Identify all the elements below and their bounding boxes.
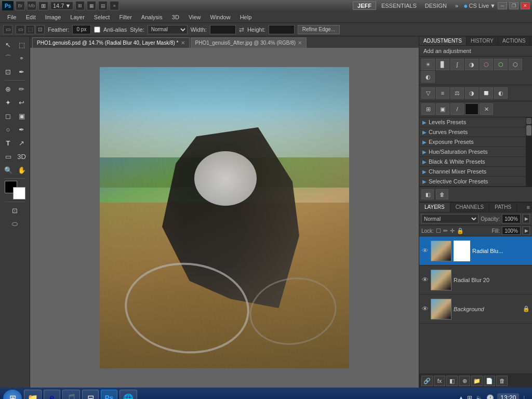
design-button[interactable]: DESIGN <box>422 2 450 9</box>
opacity-input[interactable] <box>502 214 521 223</box>
tab-layers[interactable]: LAYERS <box>419 203 450 212</box>
layer-radial-blur40[interactable]: 👁 Radial Blu... <box>419 236 532 265</box>
more-button[interactable]: » <box>452 2 461 9</box>
arrange-dropdown[interactable]: ⊞ <box>38 2 48 10</box>
height-input[interactable] <box>269 25 295 34</box>
colorbalance-btn[interactable]: ⬡ <box>509 59 522 70</box>
new-group-btn[interactable]: 📁 <box>471 376 483 386</box>
background-color[interactable] <box>13 187 25 200</box>
screen-mode-standard[interactable]: ⊡ <box>9 204 21 217</box>
bridge-icon[interactable]: Br <box>16 1 25 10</box>
taskbar-unknown1[interactable]: ⊟ <box>82 390 99 399</box>
menu-select[interactable]: Select <box>90 13 114 21</box>
delete-layer-btn[interactable]: 🗑 <box>496 376 508 386</box>
anti-alias-checkbox[interactable] <box>94 26 100 33</box>
tab-history[interactable]: HISTORY <box>467 36 498 45</box>
adj-trash-btn[interactable]: 🗑 <box>436 189 448 200</box>
tray-clock-icon[interactable]: 🕐 <box>486 394 494 399</box>
style-select[interactable]: Normal Fixed Ratio Fixed Size <box>148 25 188 34</box>
curves-btn[interactable]: ∫ <box>450 59 464 70</box>
mini-bridge-icon[interactable]: Mb <box>27 1 36 10</box>
essentials-button[interactable]: ESSENTIALS <box>378 2 420 9</box>
hsl-btn[interactable]: ⬡ <box>494 59 508 70</box>
marquee-tool[interactable]: ⬚ <box>16 38 28 51</box>
view-btn2[interactable]: ▦ <box>87 1 96 10</box>
path-select-tool[interactable]: ↗ <box>16 137 28 149</box>
eyedropper-tool[interactable]: ✒ <box>16 65 28 78</box>
show-desktop-btn[interactable]: | <box>523 395 525 400</box>
tray-volume-icon[interactable]: 🔈 <box>475 394 483 399</box>
dodge-tool[interactable]: ○ <box>2 123 15 136</box>
layer-background-visibility[interactable]: 👁 <box>421 305 429 313</box>
lock-transparent-btn[interactable]: ☐ <box>436 228 441 234</box>
view-btn3[interactable]: ▤ <box>98 1 108 10</box>
black-fill-btn[interactable]: ■ <box>465 103 478 115</box>
exposure-btn[interactable]: ◑ <box>465 59 478 70</box>
preset-levels[interactable]: ▶ Levels Presets <box>419 117 526 127</box>
opacity-arrow[interactable]: ▶ <box>523 214 530 223</box>
move-tool[interactable]: ↖ <box>2 38 15 51</box>
extra-btn1[interactable]: ⬭ <box>9 218 21 230</box>
spot-heal-tool[interactable]: ⊕ <box>2 83 15 95</box>
selectivecolor-btn[interactable]: ▣ <box>436 103 449 115</box>
lock-all-btn[interactable]: 🔒 <box>457 228 464 234</box>
fill-arrow[interactable]: ▶ <box>523 227 530 235</box>
add-style-btn[interactable]: fx <box>434 376 445 386</box>
tab-after-close[interactable]: ✕ <box>298 40 302 46</box>
layers-panel-options-btn[interactable]: ≡ <box>525 203 532 212</box>
preset-curves[interactable]: ▶ Curves Presets <box>419 127 526 137</box>
swap-icon[interactable]: ⇄ <box>239 26 244 33</box>
posterize-btn[interactable]: 🔲 <box>480 87 493 99</box>
preset-bw[interactable]: ▶ Black & White Presets <box>419 157 526 167</box>
tray-arrow-icon[interactable]: ▲ <box>458 394 464 399</box>
minimize-button[interactable]: ─ <box>498 2 507 9</box>
type-tool[interactable]: T <box>2 137 15 149</box>
jeff-button[interactable]: JEFF <box>353 2 376 10</box>
quick-select-tool[interactable]: ⚬ <box>16 52 28 64</box>
preset-selcolor[interactable]: ▶ Selective Color Presets <box>419 177 526 187</box>
history-brush-tool[interactable]: ↩ <box>16 96 28 109</box>
size-dropdown[interactable]: 14.7 ▼ <box>50 2 73 10</box>
new-adjustment-btn[interactable]: ⊕ <box>459 376 470 386</box>
width-input[interactable] <box>210 25 236 34</box>
colorlookup-btn[interactable]: ⚖ <box>450 87 464 99</box>
menu-help[interactable]: Help <box>236 13 256 21</box>
adj-preset-btn[interactable]: ◧ <box>421 189 434 200</box>
channelmixer-btn[interactable]: ≡ <box>436 87 449 99</box>
hand-tool[interactable]: ✋ <box>16 164 28 176</box>
link-layers-btn[interactable]: 🔗 <box>421 376 433 386</box>
threshold-btn[interactable]: ◐ <box>494 87 508 99</box>
layer-radial-blur20[interactable]: 👁 Radial Blur 20 <box>419 265 532 295</box>
tab-paths[interactable]: PATHS <box>489 203 517 212</box>
tab-actions[interactable]: ACTIONS <box>498 36 530 45</box>
menu-view[interactable]: View <box>184 13 205 21</box>
lasso-tool[interactable]: ⌒ <box>2 52 15 64</box>
layer-radial-blur20-visibility[interactable]: 👁 <box>421 276 429 284</box>
crop-tool[interactable]: ⊡ <box>2 65 15 78</box>
vibrance-btn[interactable]: ⬡ <box>480 59 493 70</box>
pen-tool[interactable]: ✒ <box>16 123 28 136</box>
fill-input[interactable] <box>502 227 521 235</box>
lock-move-btn[interactable]: ✛ <box>450 228 455 234</box>
3d-tool[interactable]: 3D <box>16 150 28 163</box>
close-button[interactable]: ✕ <box>521 2 530 9</box>
marquee-rect-icon[interactable]: ▭ <box>3 25 12 34</box>
invert-btn[interactable]: ◑ <box>465 87 478 99</box>
marquee-icon3[interactable]: ⬚ <box>25 25 35 34</box>
marquee-icon2[interactable]: ▭ <box>16 25 25 34</box>
taskbar-firefox[interactable]: 🌐 <box>119 390 137 399</box>
view-arrange-btn[interactable]: ⊞ <box>75 1 85 10</box>
layer-background[interactable]: 👁 Background 🔒 <box>419 295 532 324</box>
add-mask-btn[interactable]: ◧ <box>446 376 458 386</box>
tab-after[interactable]: PHO1_genuis6_After.jpg @ 30.4% (RGB/8) ✕ <box>191 37 307 48</box>
tab-active[interactable]: PHO1.genuis6.psd @ 14.7% (Radial Blur 40… <box>32 37 190 48</box>
photofilter-btn[interactable]: ▽ <box>421 87 435 99</box>
cslive-button[interactable]: ● CS Live ▼ <box>463 2 496 10</box>
tab-active-close[interactable]: ✕ <box>181 40 185 46</box>
gradientmap-btn[interactable]: ⊞ <box>421 103 435 115</box>
cross-btn[interactable]: ✕ <box>480 103 493 115</box>
blend-mode-select[interactable]: Normal Multiply Screen <box>421 214 478 223</box>
taskbar-ie[interactable]: e <box>44 390 60 399</box>
tab-channels[interactable]: CHANNELS <box>450 203 489 212</box>
presets-scrollbar[interactable] <box>526 117 532 187</box>
